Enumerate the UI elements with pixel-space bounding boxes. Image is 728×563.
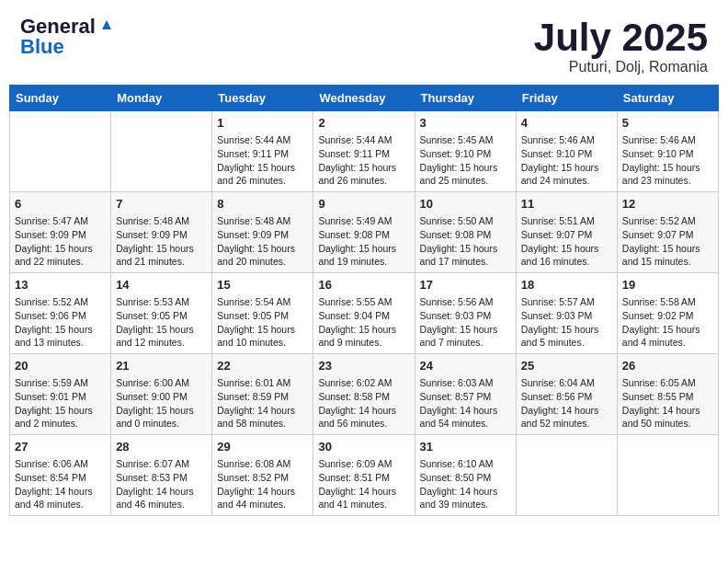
day-info: Sunrise: 5:44 AM Sunset: 9:11 PM Dayligh… [217,133,308,188]
day-info: Sunrise: 5:48 AM Sunset: 9:09 PM Dayligh… [217,214,308,269]
day-number: 12 [622,196,713,213]
day-cell: 22Sunrise: 6:01 AM Sunset: 8:59 PM Dayli… [212,354,313,435]
day-cell: 30Sunrise: 6:09 AM Sunset: 8:51 PM Dayli… [313,434,415,515]
day-cell [111,111,212,192]
day-number: 30 [318,439,409,455]
day-info: Sunrise: 6:10 AM Sunset: 8:50 PM Dayligh… [420,457,511,511]
day-number: 26 [622,358,713,374]
day-cell: 20Sunrise: 5:59 AM Sunset: 9:01 PM Dayli… [10,354,111,435]
day-cell: 9Sunrise: 5:49 AM Sunset: 9:08 PM Daylig… [313,192,415,273]
day-cell: 23Sunrise: 6:02 AM Sunset: 8:58 PM Dayli… [313,354,415,435]
day-info: Sunrise: 5:46 AM Sunset: 9:10 PM Dayligh… [521,133,612,188]
day-info: Sunrise: 5:54 AM Sunset: 9:05 PM Dayligh… [217,295,308,350]
day-info: Sunrise: 6:03 AM Sunset: 8:57 PM Dayligh… [420,376,511,431]
day-number: 8 [217,196,308,213]
day-cell: 17Sunrise: 5:56 AM Sunset: 9:03 PM Dayli… [415,273,516,354]
day-info: Sunrise: 5:48 AM Sunset: 9:09 PM Dayligh… [116,214,207,269]
day-cell: 14Sunrise: 5:53 AM Sunset: 9:05 PM Dayli… [111,273,212,354]
day-number: 27 [15,439,106,455]
week-row-1: 1Sunrise: 5:44 AM Sunset: 9:11 PM Daylig… [10,111,719,192]
day-info: Sunrise: 6:05 AM Sunset: 8:55 PM Dayligh… [622,376,713,431]
day-number: 11 [521,196,612,213]
day-info: Sunrise: 5:59 AM Sunset: 9:01 PM Dayligh… [15,376,106,431]
week-row-5: 27Sunrise: 6:06 AM Sunset: 8:54 PM Dayli… [10,434,719,515]
weekday-header-wednesday: Wednesday [313,86,415,111]
day-cell: 5Sunrise: 5:46 AM Sunset: 9:10 PM Daylig… [617,111,718,192]
day-cell: 26Sunrise: 6:05 AM Sunset: 8:55 PM Dayli… [617,354,718,435]
day-number: 18 [521,277,612,293]
day-cell: 15Sunrise: 5:54 AM Sunset: 9:05 PM Dayli… [212,273,313,354]
weekday-header-thursday: Thursday [415,86,516,111]
day-info: Sunrise: 5:46 AM Sunset: 9:10 PM Dayligh… [622,133,713,188]
day-cell: 7Sunrise: 5:48 AM Sunset: 9:09 PM Daylig… [111,192,212,273]
weekday-header-monday: Monday [111,86,212,111]
day-number: 5 [622,115,713,132]
day-number: 28 [116,439,207,455]
week-row-2: 6Sunrise: 5:47 AM Sunset: 9:09 PM Daylig… [10,192,719,273]
day-cell: 4Sunrise: 5:46 AM Sunset: 9:10 PM Daylig… [516,111,617,192]
day-cell: 28Sunrise: 6:07 AM Sunset: 8:53 PM Dayli… [111,434,212,515]
day-number: 29 [217,439,308,455]
day-info: Sunrise: 5:49 AM Sunset: 9:08 PM Dayligh… [318,214,409,269]
day-number: 24 [420,358,511,374]
day-number: 9 [318,196,409,213]
day-cell: 12Sunrise: 5:52 AM Sunset: 9:07 PM Dayli… [617,192,718,273]
day-cell: 21Sunrise: 6:00 AM Sunset: 9:00 PM Dayli… [111,354,212,435]
day-info: Sunrise: 5:44 AM Sunset: 9:11 PM Dayligh… [318,133,409,188]
weekday-header-tuesday: Tuesday [212,86,313,111]
calendar-table: SundayMondayTuesdayWednesdayThursdayFrid… [9,85,719,516]
day-number: 22 [217,358,308,374]
day-cell: 19Sunrise: 5:58 AM Sunset: 9:02 PM Dayli… [617,273,718,354]
month-title: July 2025 [534,17,708,59]
day-cell: 11Sunrise: 5:51 AM Sunset: 9:07 PM Dayli… [516,192,617,273]
weekday-header-friday: Friday [516,86,617,111]
day-number: 20 [15,358,106,374]
day-number: 6 [15,196,106,213]
day-info: Sunrise: 5:53 AM Sunset: 9:05 PM Dayligh… [116,295,207,350]
day-number: 3 [420,115,511,132]
day-cell: 13Sunrise: 5:52 AM Sunset: 9:06 PM Dayli… [10,273,111,354]
day-info: Sunrise: 6:04 AM Sunset: 8:56 PM Dayligh… [521,376,612,431]
day-cell: 27Sunrise: 6:06 AM Sunset: 8:54 PM Dayli… [10,434,111,515]
day-cell: 2Sunrise: 5:44 AM Sunset: 9:11 PM Daylig… [313,111,415,192]
day-cell [10,111,111,192]
day-number: 31 [420,439,511,455]
svg-marker-0 [102,20,111,29]
day-number: 1 [217,115,308,132]
week-row-4: 20Sunrise: 5:59 AM Sunset: 9:01 PM Dayli… [10,354,719,435]
day-info: Sunrise: 5:58 AM Sunset: 9:02 PM Dayligh… [622,295,713,350]
day-cell: 6Sunrise: 5:47 AM Sunset: 9:09 PM Daylig… [10,192,111,273]
day-cell: 18Sunrise: 5:57 AM Sunset: 9:03 PM Dayli… [516,273,617,354]
day-info: Sunrise: 5:50 AM Sunset: 9:08 PM Dayligh… [420,214,511,269]
day-info: Sunrise: 6:01 AM Sunset: 8:59 PM Dayligh… [217,376,308,431]
logo-general-text: General [20,17,96,37]
day-cell: 3Sunrise: 5:45 AM Sunset: 9:10 PM Daylig… [415,111,516,192]
day-number: 14 [116,277,207,293]
day-info: Sunrise: 5:52 AM Sunset: 9:07 PM Dayligh… [622,214,713,269]
day-number: 19 [622,277,713,293]
day-cell: 10Sunrise: 5:50 AM Sunset: 9:08 PM Dayli… [415,192,516,273]
day-cell: 25Sunrise: 6:04 AM Sunset: 8:56 PM Dayli… [516,354,617,435]
day-info: Sunrise: 5:52 AM Sunset: 9:06 PM Dayligh… [15,295,106,350]
day-info: Sunrise: 5:47 AM Sunset: 9:09 PM Dayligh… [15,214,106,269]
day-info: Sunrise: 6:00 AM Sunset: 9:00 PM Dayligh… [116,376,207,431]
logo: General Blue [20,17,115,57]
day-info: Sunrise: 6:07 AM Sunset: 8:53 PM Dayligh… [116,457,207,511]
day-cell [516,434,617,515]
day-number: 23 [318,358,409,374]
weekday-header-saturday: Saturday [617,86,718,111]
day-info: Sunrise: 5:57 AM Sunset: 9:03 PM Dayligh… [521,295,612,350]
location-title: Puturi, Dolj, Romania [534,59,708,75]
day-number: 25 [521,358,612,374]
week-row-3: 13Sunrise: 5:52 AM Sunset: 9:06 PM Dayli… [10,273,719,354]
day-number: 17 [420,277,511,293]
day-cell: 24Sunrise: 6:03 AM Sunset: 8:57 PM Dayli… [415,354,516,435]
header-area: General Blue July 2025 Puturi, Dolj, Rom… [9,9,719,79]
day-number: 15 [217,277,308,293]
day-cell: 1Sunrise: 5:44 AM Sunset: 9:11 PM Daylig… [212,111,313,192]
weekday-header-row: SundayMondayTuesdayWednesdayThursdayFrid… [10,86,719,111]
day-info: Sunrise: 6:02 AM Sunset: 8:58 PM Dayligh… [318,376,409,431]
day-number: 13 [15,277,106,293]
day-number: 16 [318,277,409,293]
title-area: July 2025 Puturi, Dolj, Romania [534,17,708,75]
